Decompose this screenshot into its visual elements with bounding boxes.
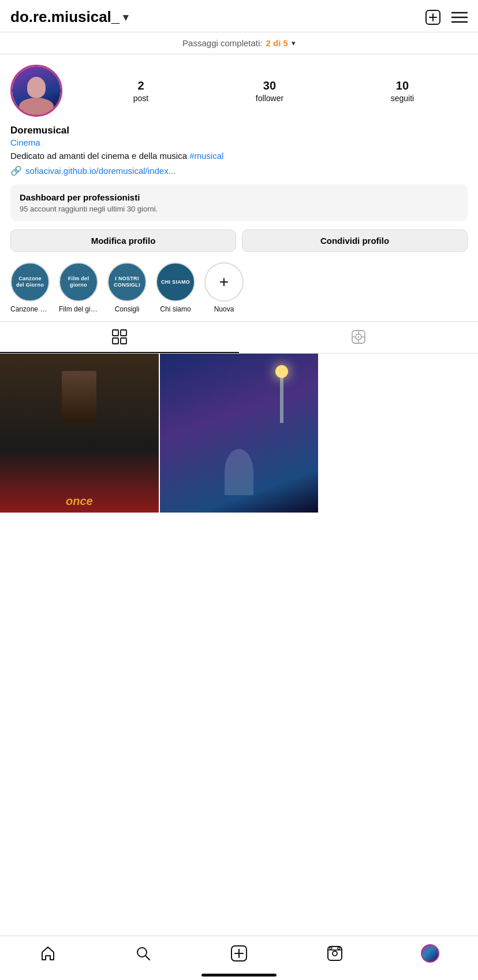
- link-icon: 🔗: [10, 165, 22, 176]
- tab-tagged[interactable]: [239, 322, 478, 353]
- tab-grid[interactable]: [0, 322, 239, 353]
- faux-lamp: [280, 365, 283, 423]
- highlight-circle-new: +: [204, 262, 244, 302]
- svg-rect-6: [113, 330, 118, 336]
- dashboard-banner[interactable]: Dashboard per professionisti 95 account …: [10, 184, 468, 221]
- stat-posts[interactable]: 2 post: [133, 79, 148, 103]
- progress-chevron-icon[interactable]: ▾: [292, 39, 296, 47]
- highlight-film[interactable]: Film del giorno Film del gio...: [59, 262, 98, 313]
- header-icons: [425, 9, 468, 25]
- posts-grid: once: [0, 354, 478, 513]
- avatar-image: [12, 66, 61, 115]
- username-text: do.re.miusical_: [10, 8, 120, 26]
- highlight-circle-consigli: I NOSTRI CONSIGLI: [107, 262, 147, 302]
- new-post-button[interactable]: [425, 9, 441, 25]
- svg-rect-9: [121, 338, 126, 344]
- profile-category[interactable]: Cinema: [10, 138, 468, 147]
- stat-following[interactable]: 10 seguiti: [391, 79, 414, 103]
- highlight-circle-canzone: Canzone del Giorno: [10, 262, 50, 302]
- svg-point-12: [358, 336, 360, 338]
- highlight-new[interactable]: + Nuova: [204, 262, 244, 313]
- highlight-label-new: Nuova: [214, 305, 234, 313]
- stat-followers[interactable]: 30 follower: [256, 79, 283, 103]
- stats: 2 post 30 follower 10 seguiti: [80, 79, 468, 103]
- svg-rect-7: [121, 330, 126, 336]
- dashboard-subtitle: 95 account raggiunti negli ultimi 30 gio…: [20, 205, 458, 213]
- following-label: seguiti: [391, 94, 414, 103]
- highlight-canzone[interactable]: Canzone del Giorno Canzone de...: [10, 262, 50, 313]
- grid-item-once[interactable]: once: [0, 354, 159, 513]
- faux-couple: [225, 449, 253, 495]
- posts-label: post: [133, 94, 148, 103]
- profile-section: 2 post 30 follower 10 seguiti Doremusica…: [0, 54, 478, 321]
- progress-label: Passaggi completati:: [182, 38, 262, 48]
- highlights: Canzone del Giorno Canzone de... Film de…: [10, 262, 468, 321]
- header: do.re.miusical_ ▾: [0, 0, 478, 32]
- progress-bar[interactable]: Passaggi completati: 2 di 5 ▾: [0, 32, 478, 54]
- progress-current: 2 di 5: [266, 38, 288, 48]
- grid-item-lalaland[interactable]: [160, 354, 319, 513]
- profile-top: 2 post 30 follower 10 seguiti: [10, 65, 468, 117]
- highlight-label-chisiamo: Chi siamo: [160, 305, 191, 313]
- highlight-chisiamo[interactable]: CHI SIAMO Chi siamo: [156, 262, 195, 313]
- highlight-consigli[interactable]: I NOSTRI CONSIGLI Consigli: [107, 262, 147, 313]
- share-profile-button[interactable]: Condividi profilo: [242, 229, 468, 252]
- username-area[interactable]: do.re.miusical_ ▾: [10, 8, 128, 26]
- menu-button[interactable]: [451, 9, 468, 25]
- highlight-circle-chisiamo: CHI SIAMO: [156, 262, 195, 302]
- tab-bar: [0, 321, 478, 354]
- profile-name: Doremusical: [10, 125, 468, 136]
- followers-count: 30: [263, 79, 276, 92]
- following-count: 10: [396, 79, 409, 92]
- profile-link-text: sofiacivai.github.io/doremusical/index..…: [25, 166, 175, 176]
- highlight-label-film: Film del gio...: [59, 305, 98, 313]
- grid-icon: [111, 329, 128, 345]
- profile-link[interactable]: 🔗 sofiacivai.github.io/doremusical/index…: [10, 165, 468, 176]
- svg-rect-8: [113, 338, 118, 344]
- post-title-once: once: [0, 495, 159, 508]
- posts-count: 2: [137, 79, 144, 92]
- dashboard-title: Dashboard per professionisti: [20, 192, 458, 202]
- avatar[interactable]: [10, 65, 62, 117]
- plus-icon: +: [219, 273, 229, 291]
- tagged-icon: [350, 329, 367, 345]
- username-chevron-icon[interactable]: ▾: [123, 11, 128, 24]
- action-buttons: Modifica profilo Condividi profilo: [10, 229, 468, 252]
- profile-bio: Dedicato ad amanti del cinema e della mu…: [10, 150, 468, 162]
- profile-hashtag[interactable]: #musical: [189, 151, 223, 161]
- highlight-circle-film: Film del giorno: [59, 262, 98, 302]
- edit-profile-button[interactable]: Modifica profilo: [10, 229, 236, 252]
- highlight-label-canzone: Canzone de...: [10, 305, 50, 313]
- highlight-label-consigli: Consigli: [115, 305, 140, 313]
- followers-label: follower: [256, 94, 283, 103]
